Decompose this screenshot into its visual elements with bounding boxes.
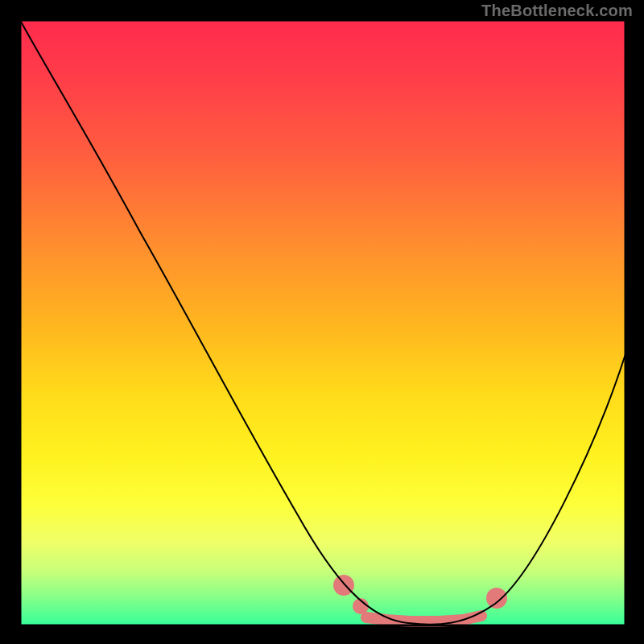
chart-stage: TheBottleneck.com: [0, 0, 644, 644]
accent-dot-right: [486, 588, 507, 609]
plot-frame: [20, 20, 625, 625]
accent-dot-left: [333, 575, 354, 596]
chart-svg: [0, 0, 644, 644]
bottleneck-curve: [20, 20, 625, 625]
